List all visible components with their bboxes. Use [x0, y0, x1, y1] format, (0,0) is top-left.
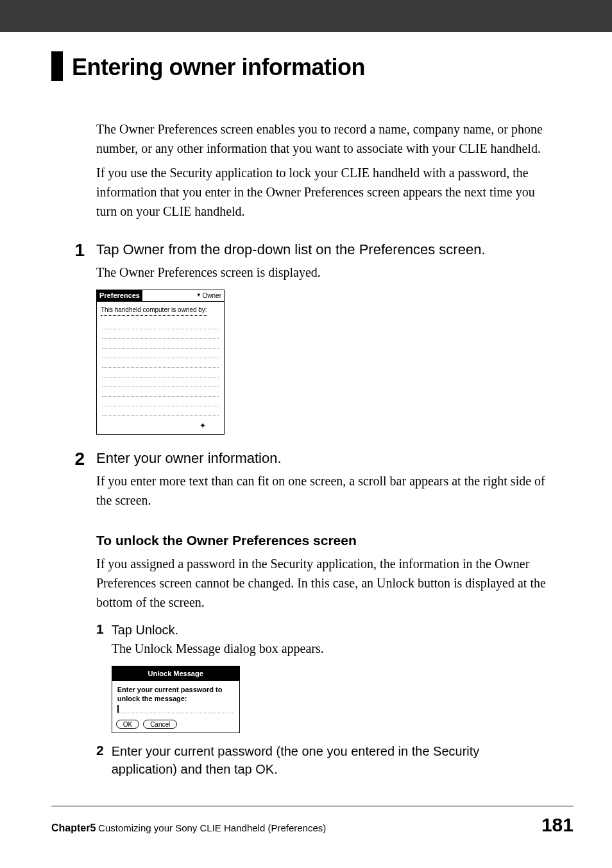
prefs-body: This handheld computer is owned by:: [97, 302, 224, 417]
sub-step-body: Tap Unlock. The Unlock Message dialog bo…: [112, 621, 548, 733]
intro-para-1: The Owner Preferences screen enables you…: [96, 119, 548, 158]
intro-para-2: If you use the Security application to l…: [96, 163, 548, 221]
page-title: Entering owner information: [72, 51, 365, 81]
prefs-header: Preferences ▼ Owner: [97, 290, 224, 302]
cursor-icon: [117, 705, 119, 713]
top-gray-bar: [51, 0, 612, 32]
home-icon[interactable]: ✦: [200, 421, 206, 430]
cancel-button[interactable]: Cancel: [143, 720, 177, 729]
password-input[interactable]: [117, 706, 234, 713]
step-text: The Owner Preferences screen is displaye…: [96, 263, 548, 282]
step-heading: Tap Owner from the drop-down list on the…: [96, 240, 548, 260]
unlock-header: Unlock Message: [112, 666, 239, 681]
input-line[interactable]: [102, 411, 219, 416]
footer-left: Chapter5 Customizing your Sony CLIE Hand…: [51, 822, 326, 834]
step-number: 2: [72, 449, 85, 510]
title-section: Entering owner information: [51, 51, 574, 81]
input-line[interactable]: [102, 401, 219, 406]
page-number: 181: [541, 814, 574, 836]
prefs-dropdown[interactable]: ▼ Owner: [196, 291, 224, 300]
sub-step-2: 2 Enter your current password (the one y…: [96, 742, 548, 778]
sub-step-heading: Tap Unlock.: [112, 621, 548, 639]
body-content: The Owner Preferences screen enables you…: [96, 119, 548, 778]
top-bar: [0, 0, 612, 32]
prefs-footer: ✦: [97, 417, 224, 434]
sub-step-heading: Enter your current password (the one you…: [112, 742, 548, 778]
input-line[interactable]: [102, 392, 219, 397]
title-bar-icon: [51, 51, 63, 81]
dropdown-triangle-icon: ▼: [196, 291, 201, 299]
input-line[interactable]: [102, 363, 219, 368]
unlock-para: If you assigned a password in the Securi…: [96, 554, 548, 612]
unlock-subheading: To unlock the Owner Preferences screen: [96, 530, 548, 551]
top-left-block: [0, 0, 51, 32]
unlock-body: Enter your current password to unlock th…: [112, 681, 239, 720]
sub-step-text: The Unlock Message dialog box appears.: [112, 639, 548, 658]
unlock-text: Enter your current password to unlock th…: [117, 685, 234, 704]
input-line[interactable]: [102, 382, 219, 387]
sub-step-body: Enter your current password (the one you…: [112, 742, 548, 778]
preferences-screenshot: Preferences ▼ Owner This handheld comput…: [96, 290, 225, 435]
unlock-screenshot: Unlock Message Enter your current passwo…: [112, 666, 240, 733]
step-body: Enter your owner information. If you ent…: [96, 449, 548, 510]
sub-step-number: 1: [96, 621, 104, 733]
owned-by-label: This handheld computer is owned by:: [101, 305, 207, 316]
input-line[interactable]: [102, 353, 219, 358]
step-number: 1: [72, 240, 85, 435]
prefs-dropdown-label: Owner: [203, 291, 221, 300]
prefs-header-title: Preferences: [97, 290, 142, 301]
step-1: 1 Tap Owner from the drop-down list on t…: [96, 240, 548, 435]
sub-step-1: 1 Tap Unlock. The Unlock Message dialog …: [96, 621, 548, 733]
input-line[interactable]: [102, 334, 219, 339]
step-body: Tap Owner from the drop-down list on the…: [96, 240, 548, 435]
input-line[interactable]: [102, 372, 219, 378]
footer-chapter: Chapter5: [51, 822, 96, 833]
input-line[interactable]: [102, 324, 219, 329]
page-footer: Chapter5 Customizing your Sony CLIE Hand…: [51, 806, 574, 836]
unlock-buttons: OK Cancel: [112, 720, 239, 733]
step-heading: Enter your owner information.: [96, 449, 548, 469]
footer-desc: Customizing your Sony CLIE Handheld (Pre…: [98, 822, 326, 833]
ok-button[interactable]: OK: [116, 720, 139, 729]
step-2: 2 Enter your owner information. If you e…: [96, 449, 548, 510]
input-line[interactable]: [102, 343, 219, 349]
sub-step-number: 2: [96, 742, 104, 778]
step-text: If you enter more text than can fit on o…: [96, 471, 548, 510]
